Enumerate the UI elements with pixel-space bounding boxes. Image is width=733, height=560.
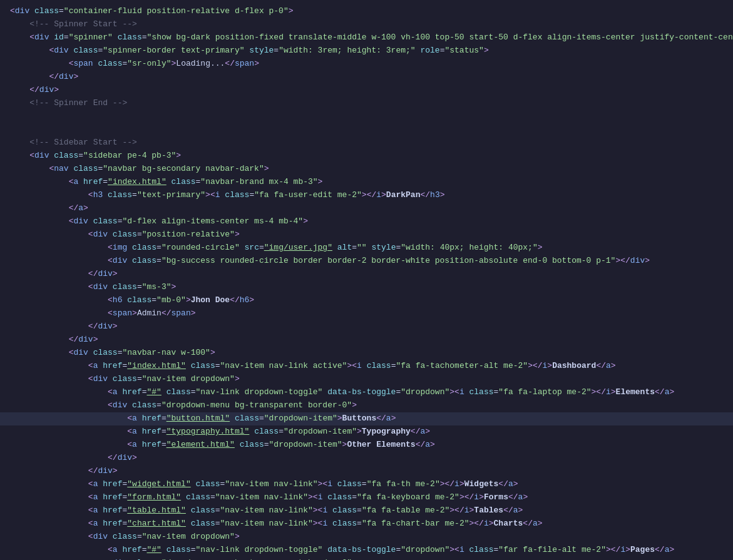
code-line: <div class="d-flex align-items-center ms… bbox=[0, 215, 733, 228]
code-line: <!-- Spinner Start --> bbox=[0, 18, 733, 31]
code-line: <a href="table.html" class="nav-item nav… bbox=[0, 504, 733, 517]
code-line: </div> bbox=[0, 268, 733, 281]
code-line: <div class="bg-success rounded-circle bo… bbox=[0, 255, 733, 268]
code-line: <div class="spinner-border text-primary"… bbox=[0, 44, 733, 58]
code-line: <span class="sr-only">Loading...</span> bbox=[0, 58, 733, 71]
code-line: <div class="nav-item dropdown"> bbox=[0, 531, 733, 544]
code-line: <a href="element.html" class="dropdown-i… bbox=[0, 439, 733, 452]
code-line: <div class="navbar-nav w-100"> bbox=[0, 347, 733, 360]
code-line bbox=[0, 110, 733, 123]
code-line: <span>Admin</span> bbox=[0, 307, 733, 320]
code-line: <div class="ms-3"> bbox=[0, 281, 733, 294]
code-line: <a href="widget.html" class="nav-item na… bbox=[0, 478, 733, 491]
code-line: </a> bbox=[0, 202, 733, 215]
code-line: <img class="rounded-circle" src="img/use… bbox=[0, 242, 733, 255]
code-line: <a href="index.html" class="navbar-brand… bbox=[0, 176, 733, 189]
code-line: <h6 class="mb-0">Jhon Doe</h6> bbox=[0, 294, 733, 307]
code-editor: <div class="container-fluid position-rel… bbox=[0, 0, 733, 560]
code-line: <nav class="navbar bg-secondary navbar-d… bbox=[0, 163, 733, 176]
code-line: <!-- Sidebar Start --> bbox=[0, 136, 733, 150]
code-line: <a href="#" class="nav-link dropdown-tog… bbox=[0, 544, 733, 557]
code-line: </div> bbox=[0, 71, 733, 84]
code-line: <div class="dropdown-menu bg-transparent… bbox=[0, 399, 733, 412]
code-line: </div> bbox=[0, 452, 733, 465]
code-line: <h3 class="text-primary"><i class="fa fa… bbox=[0, 189, 733, 202]
code-line: <div class="container-fluid position-rel… bbox=[0, 5, 733, 18]
code-line: <a href="typography.html" class="dropdow… bbox=[0, 425, 733, 439]
code-line: </div> bbox=[0, 84, 733, 97]
code-line-highlighted: <a href="button.html" class="dropdown-it… bbox=[0, 412, 733, 425]
code-line bbox=[0, 123, 733, 136]
code-line: <div class="dropdown-menu bg-transparent… bbox=[0, 557, 733, 560]
code-line: <!-- Spinner End --> bbox=[0, 97, 733, 110]
code-line: <a href="#" class="nav-link dropdown-tog… bbox=[0, 386, 733, 399]
code-line: <div class="sidebar pe-4 pb-3"> bbox=[0, 150, 733, 163]
code-line: <div class="position-relative"> bbox=[0, 228, 733, 242]
code-line: <div id="spinner" class="show bg-dark po… bbox=[0, 31, 733, 44]
code-line: </div> bbox=[0, 320, 733, 333]
code-line: </div> bbox=[0, 465, 733, 478]
code-line: <div class="nav-item dropdown"> bbox=[0, 373, 733, 386]
code-line: <a href="chart.html" class="nav-item nav… bbox=[0, 517, 733, 531]
code-line: <a href="index.html" class="nav-item nav… bbox=[0, 360, 733, 373]
code-line: <a href="form.html" class="nav-item nav-… bbox=[0, 491, 733, 504]
code-line: </div> bbox=[0, 333, 733, 347]
